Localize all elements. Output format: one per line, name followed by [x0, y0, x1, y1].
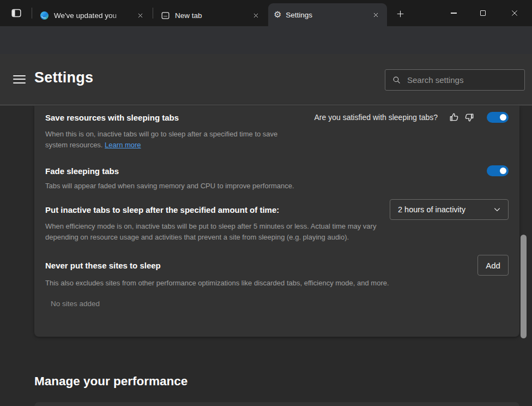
add-site-button[interactable]: Add: [477, 255, 509, 276]
tab-actions-menu-button[interactable]: [9, 6, 24, 20]
description-text: When this is on, inactive tabs will go t…: [45, 130, 277, 149]
dropdown-selected-value: 2 hours of inactivity: [398, 205, 466, 214]
section-title: Never put these sites to sleep: [45, 261, 161, 270]
section-description: This also excludes sites from other perf…: [45, 278, 509, 289]
maximize-icon: [480, 10, 486, 16]
section-sleep-timeout: Put inactive tabs to sleep after the spe…: [45, 199, 509, 220]
thumbs-down-button[interactable]: [462, 110, 477, 124]
section-fade-sleeping-tabs: Fade sleeping tabs: [45, 165, 509, 176]
settings-content: Save resources with sleeping tabs Are yo…: [0, 106, 532, 406]
manage-performance-heading: Manage your performance: [34, 374, 188, 389]
workspaces-icon: [10, 7, 22, 19]
settings-search-box[interactable]: [385, 69, 525, 91]
sleeping-tabs-card: Save resources with sleeping tabs Are yo…: [34, 106, 519, 337]
settings-menu-button[interactable]: [13, 74, 26, 85]
edge-logo-icon: [39, 10, 50, 21]
search-icon: [392, 75, 401, 85]
browser-toolbar: Edge edge://settings/system: [0, 26, 532, 54]
fade-sleeping-tabs-toggle[interactable]: [487, 165, 509, 176]
section-title: Save resources with sleeping tabs: [45, 113, 179, 122]
section-title: Fade sleeping tabs: [45, 166, 119, 176]
section-description: When efficiency mode is on, inactive tab…: [45, 221, 382, 243]
settings-header: Settings: [0, 54, 532, 105]
tab-close-icon[interactable]: [370, 9, 382, 21]
new-tab-page-icon: [160, 10, 171, 21]
tab-separator: [153, 8, 153, 19]
section-save-resources: Save resources with sleeping tabs Are yo…: [45, 110, 509, 124]
close-window-button[interactable]: [502, 0, 527, 26]
tab-close-icon[interactable]: [134, 9, 146, 21]
gear-icon: ⚙: [274, 10, 281, 19]
no-sites-added-label: No sites added: [51, 300, 509, 308]
tab-close-icon[interactable]: [250, 9, 262, 21]
tab-weve-updated[interactable]: We've updated you: [34, 4, 152, 26]
plus-icon: [396, 9, 405, 19]
section-description: Tabs will appear faded when saving memor…: [45, 181, 509, 192]
section-title: Put inactive tabs to sleep after the spe…: [45, 205, 279, 214]
search-settings-input[interactable]: [407, 75, 518, 85]
browser-window: We've updated you New tab ⚙ Settings: [0, 0, 532, 406]
learn-more-link[interactable]: Learn more: [105, 141, 141, 149]
feedback-question: Are you satisfied with sleeping tabs?: [315, 113, 438, 122]
tab-new-tab[interactable]: New tab: [155, 4, 267, 26]
section-never-sleep-sites: Never put these sites to sleep Add: [45, 255, 509, 276]
close-icon: [510, 9, 519, 17]
next-settings-card: [34, 402, 519, 406]
page-title: Settings: [34, 69, 93, 86]
tab-title: New tab: [175, 11, 246, 20]
minimize-button[interactable]: [441, 0, 466, 26]
toggle-knob: [500, 114, 506, 121]
tab-separator: [32, 8, 32, 19]
tab-title: Settings: [286, 11, 366, 19]
title-bar: We've updated you New tab ⚙ Settings: [0, 0, 532, 26]
chevron-down-icon: [493, 205, 501, 214]
scrollbar-thumb[interactable]: [521, 235, 527, 338]
minimize-icon: [451, 13, 457, 14]
maximize-button[interactable]: [470, 0, 495, 26]
toggle-knob: [500, 168, 506, 174]
thumbs-up-button[interactable]: [446, 110, 462, 124]
sleeping-tabs-toggle[interactable]: [487, 112, 509, 123]
tab-settings-active[interactable]: ⚙ Settings: [268, 3, 387, 26]
section-description: When this is on, inactive tabs will go t…: [45, 129, 295, 151]
new-tab-button[interactable]: [392, 7, 408, 20]
tab-title: We've updated you: [54, 11, 131, 20]
sleep-timeout-dropdown[interactable]: 2 hours of inactivity: [390, 199, 509, 220]
